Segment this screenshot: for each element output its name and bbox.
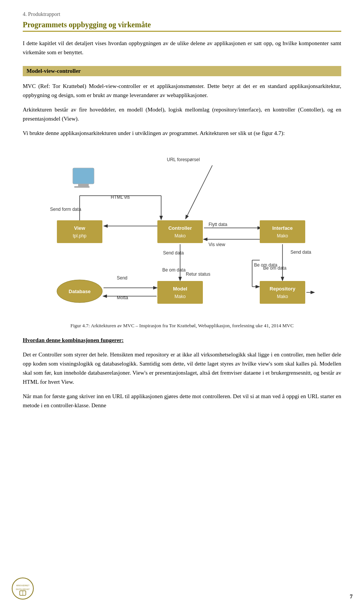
svg-text:Vis view: Vis view [209, 242, 225, 247]
svg-rect-14 [157, 220, 203, 243]
footer: ARKIVVERKET DIGITALARKIVET 7 [0, 577, 364, 600]
combo-paragraph-1: Det er Controller som styrer det hele. H… [23, 350, 341, 386]
mvc-diagram-svg: URL forespørsel HTML vis Send form data … [49, 144, 315, 319]
svg-line-4 [186, 165, 212, 218]
page-number: 7 [350, 593, 353, 600]
svg-text:ARKIVVERKET: ARKIVVERKET [16, 584, 29, 587]
svg-text:View: View [74, 225, 85, 231]
svg-rect-34 [260, 281, 305, 304]
svg-rect-31 [157, 281, 203, 304]
figure-caption: Figur 4.7: Arkitekturen av MVC – Inspira… [23, 323, 341, 329]
mvc-diagram: URL forespørsel HTML vis Send form data … [23, 144, 341, 319]
footer-logo: ARKIVVERKET DIGITALARKIVET [11, 577, 34, 600]
svg-text:Send: Send [117, 275, 127, 281]
svg-text:Database: Database [69, 289, 91, 294]
svg-text:Mako: Mako [277, 233, 288, 239]
mvc-paragraph-1: MVC (Ref: Tor Krattebøl) Model-view-cont… [23, 82, 341, 100]
svg-text:Model: Model [173, 286, 187, 292]
mvc-paragraph-2: Arkitekturen består av fire hoveddeler, … [23, 105, 341, 123]
intro-paragraph: I dette kapitlet vil det detaljert vises… [23, 39, 341, 57]
svg-text:Motta: Motta [117, 295, 128, 300]
svg-text:HTML vis: HTML vis [111, 195, 130, 200]
svg-text:Mako: Mako [174, 233, 186, 239]
svg-rect-21 [260, 220, 305, 243]
svg-text:DIGITALARKIVET: DIGITALARKIVET [16, 589, 30, 590]
svg-text:Interface: Interface [272, 225, 293, 231]
svg-text:Be om data: Be om data [263, 265, 287, 271]
combo-paragraph-2: Når man for første gang skriver inn en U… [23, 392, 341, 410]
svg-rect-11 [57, 220, 102, 243]
svg-text:Send data: Send data [290, 250, 311, 255]
svg-text:Flytt data: Flytt data [209, 222, 228, 227]
chapter-label: 4. Produktrapport [23, 11, 341, 17]
mvc-paragraph-3: Vi brukte denne applikasjonsarkitekturen… [23, 129, 341, 138]
svg-rect-1 [78, 184, 89, 186]
svg-text:Be om data: Be om data [162, 267, 186, 273]
svg-rect-0 [73, 168, 94, 184]
svg-rect-2 [74, 186, 89, 188]
svg-text:Retur status: Retur status [186, 272, 210, 277]
svg-text:URL forespørsel: URL forespørsel [167, 157, 200, 162]
combination-heading: Hvordan denne kombinasjonen fungerer: [23, 336, 341, 345]
svg-text:Repository: Repository [270, 286, 296, 292]
svg-text:Mako: Mako [277, 294, 288, 299]
svg-text:tpl.php: tpl.php [73, 233, 86, 239]
combination-heading-text: Hvordan denne kombinasjonen fungerer: [23, 337, 124, 343]
section-title: Programmets oppbygging og virkemåte [23, 20, 341, 32]
svg-text:Mako: Mako [174, 294, 186, 299]
svg-text:Controller: Controller [168, 225, 192, 231]
subsection-heading: Model-view-controller [23, 66, 341, 76]
svg-text:Send form data: Send form data [50, 207, 81, 212]
svg-text:Send data: Send data [163, 250, 184, 256]
